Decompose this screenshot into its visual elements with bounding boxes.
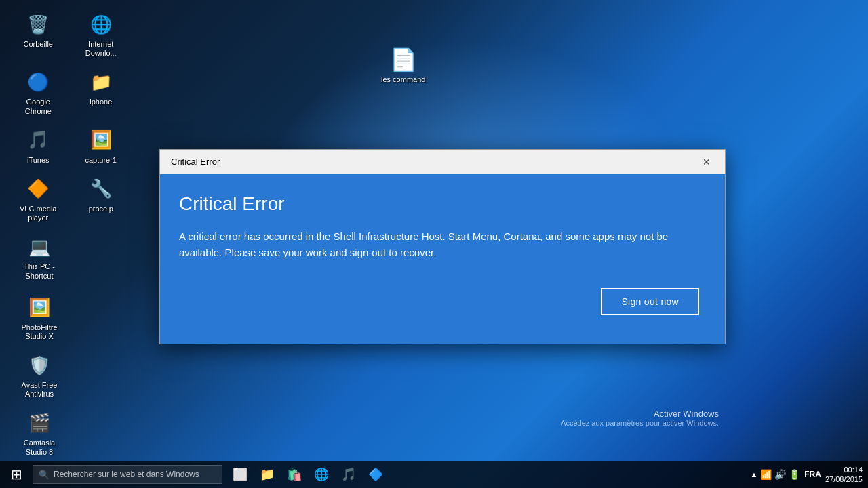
dialog-error-title: Critical Error bbox=[179, 193, 706, 215]
dialog-footer: Sign out now bbox=[179, 288, 706, 315]
dialog-error-message: A critical error has occurred in the She… bbox=[179, 228, 694, 261]
desktop: 🗑️ Corbeille 🌐 Internet Downlo... 🔵 Goog… bbox=[0, 0, 868, 488]
critical-error-dialog: Critical Error ✕ Critical Error A critic… bbox=[159, 149, 726, 344]
dialog-body: Critical Error A critical error has occu… bbox=[160, 174, 725, 344]
sign-out-button[interactable]: Sign out now bbox=[601, 288, 699, 315]
dialog-close-button[interactable]: ✕ bbox=[699, 155, 714, 169]
dialog-titlebar: Critical Error ✕ bbox=[160, 150, 725, 174]
dialog-title: Critical Error bbox=[171, 157, 220, 167]
dialog-overlay: Critical Error ✕ Critical Error A critic… bbox=[0, 0, 868, 488]
